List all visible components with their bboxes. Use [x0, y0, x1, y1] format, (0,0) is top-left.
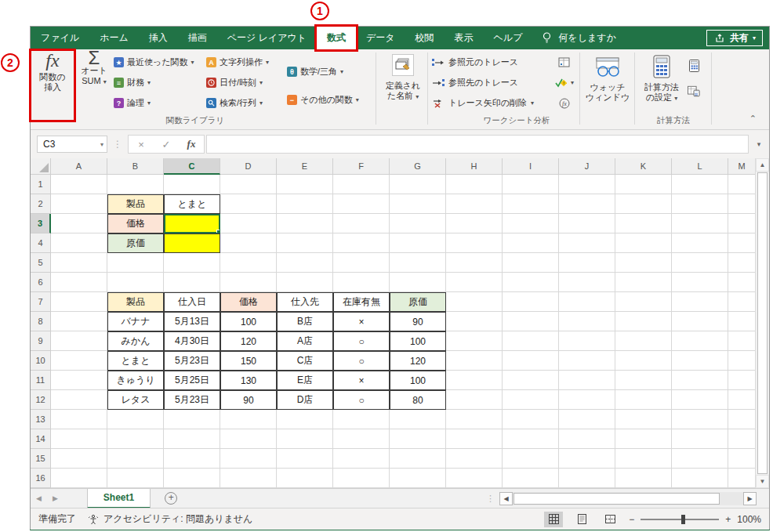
zoom-slider[interactable]	[641, 519, 719, 520]
row-header-11[interactable]: 11	[31, 371, 51, 390]
cell-I6[interactable]	[503, 273, 559, 292]
cell-F15[interactable]	[333, 449, 390, 469]
cell-C10[interactable]: 5月23日	[164, 351, 220, 371]
horizontal-scroll-track[interactable]	[513, 492, 743, 505]
cell-J3[interactable]	[559, 214, 615, 233]
cell-I13[interactable]	[503, 410, 559, 429]
cell-A5[interactable]	[51, 253, 107, 273]
cell-J8[interactable]	[559, 312, 615, 331]
cell-I14[interactable]	[503, 429, 559, 449]
insert-function-fx-button[interactable]: fx	[179, 138, 204, 150]
row-header-7[interactable]: 7	[31, 292, 51, 312]
zoom-slider-thumb[interactable]	[681, 515, 685, 524]
cell-K11[interactable]	[615, 371, 672, 390]
cell-L6[interactable]	[672, 273, 728, 292]
cell-E3[interactable]	[277, 214, 333, 233]
row-header-14[interactable]: 14	[31, 429, 51, 449]
cell-E14[interactable]	[277, 429, 333, 449]
scroll-up-icon[interactable]: ▲	[756, 158, 769, 172]
more-functions-dropdown[interactable]: − その他の関数 ▾	[287, 92, 359, 108]
cell-C8[interactable]: 5月13日	[164, 312, 220, 331]
show-formulas-button[interactable]	[558, 54, 571, 71]
cell-C12[interactable]: 5月23日	[164, 390, 220, 410]
cell-B2[interactable]: 製品	[107, 194, 164, 214]
math-trig-dropdown[interactable]: θ 数学/三角 ▾	[287, 63, 359, 80]
cell-G11[interactable]: 100	[390, 371, 446, 390]
cell-H5[interactable]	[446, 253, 503, 273]
calculation-options-button[interactable]: 計算方法 の設定 ▾	[639, 51, 684, 120]
cell-J2[interactable]	[559, 194, 615, 214]
cell-J16[interactable]	[559, 469, 615, 488]
normal-view-button[interactable]	[544, 512, 563, 527]
horizontal-scrollbar[interactable]: ⋮ ◀ ▶	[486, 491, 757, 505]
splitter-dots-icon[interactable]: ⋮	[486, 494, 495, 504]
cell-G7[interactable]: 原価	[390, 292, 446, 312]
cell-G9[interactable]: 100	[390, 331, 446, 351]
scroll-down-icon[interactable]: ▼	[756, 475, 769, 488]
row-header-3[interactable]: 3	[31, 214, 51, 233]
defined-names-button[interactable]: 定義され た名前 ▾	[380, 51, 426, 120]
row-header-5[interactable]: 5	[31, 253, 51, 273]
tab-page-layout[interactable]: ページ レイアウト	[217, 27, 317, 49]
cell-J12[interactable]	[559, 390, 615, 410]
tab-insert[interactable]: 挿入	[139, 27, 178, 49]
row-header-9[interactable]: 9	[31, 331, 51, 351]
cell-F1[interactable]	[333, 175, 390, 194]
cell-B11[interactable]: きゅうり	[107, 371, 164, 390]
cell-G10[interactable]: 120	[390, 351, 446, 371]
cell-J10[interactable]	[559, 351, 615, 371]
datetime-dropdown[interactable]: 日付/時刻 ▾	[206, 74, 269, 91]
cell-C4[interactable]	[164, 233, 220, 253]
cell-D7[interactable]: 価格	[220, 292, 277, 312]
cell-D13[interactable]	[220, 410, 277, 429]
cell-E15[interactable]	[277, 449, 333, 469]
tab-file[interactable]: ファイル	[31, 27, 89, 49]
cell-I4[interactable]	[503, 233, 559, 253]
financial-dropdown[interactable]: ≡ 財務 ▾	[114, 74, 194, 91]
row-header-1[interactable]: 1	[31, 175, 51, 194]
cell-K1[interactable]	[615, 175, 672, 194]
cell-E9[interactable]: A店	[277, 331, 333, 351]
cell-B1[interactable]	[107, 175, 164, 194]
cell-B14[interactable]	[107, 429, 164, 449]
cell-M10[interactable]	[728, 351, 756, 371]
cell-H13[interactable]	[446, 410, 503, 429]
cell-F16[interactable]	[333, 469, 390, 488]
cell-J11[interactable]	[559, 371, 615, 390]
cell-L1[interactable]	[672, 175, 728, 194]
cell-K13[interactable]	[615, 410, 672, 429]
fill-handle[interactable]	[216, 230, 220, 233]
cell-L13[interactable]	[672, 410, 728, 429]
cell-K8[interactable]	[615, 312, 672, 331]
cell-I5[interactable]	[503, 253, 559, 273]
recently-used-dropdown[interactable]: ★ 最近使った関数 ▾	[114, 54, 194, 71]
cell-M13[interactable]	[728, 410, 756, 429]
tab-home[interactable]: ホーム	[89, 27, 139, 49]
cell-B12[interactable]: レタス	[107, 390, 164, 410]
cell-H3[interactable]	[446, 214, 503, 233]
cell-K16[interactable]	[615, 469, 672, 488]
cell-L4[interactable]	[672, 233, 728, 253]
cell-A13[interactable]	[51, 410, 107, 429]
cell-J7[interactable]	[559, 292, 615, 312]
cell-J9[interactable]	[559, 331, 615, 351]
cell-M1[interactable]	[728, 175, 756, 194]
cell-K3[interactable]	[615, 214, 672, 233]
cell-J1[interactable]	[559, 175, 615, 194]
cell-I1[interactable]	[503, 175, 559, 194]
cell-K6[interactable]	[615, 273, 672, 292]
cell-C13[interactable]	[164, 410, 220, 429]
cell-C7[interactable]: 仕入日	[164, 292, 220, 312]
row-header-16[interactable]: 16	[31, 469, 51, 488]
sheet-nav-right-icon[interactable]: ▶	[47, 494, 64, 502]
calculate-now-button[interactable]	[688, 57, 700, 74]
cell-K2[interactable]	[615, 194, 672, 214]
cell-H10[interactable]	[446, 351, 503, 371]
tab-formulas[interactable]: 数式	[317, 27, 356, 49]
cell-I3[interactable]	[503, 214, 559, 233]
cell-M12[interactable]	[728, 390, 756, 410]
cell-F11[interactable]: ×	[333, 371, 390, 390]
row-header-12[interactable]: 12	[31, 390, 51, 410]
row-header-8[interactable]: 8	[31, 312, 51, 331]
watch-window-button[interactable]: ウォッチ ウィンドウ	[584, 51, 631, 120]
